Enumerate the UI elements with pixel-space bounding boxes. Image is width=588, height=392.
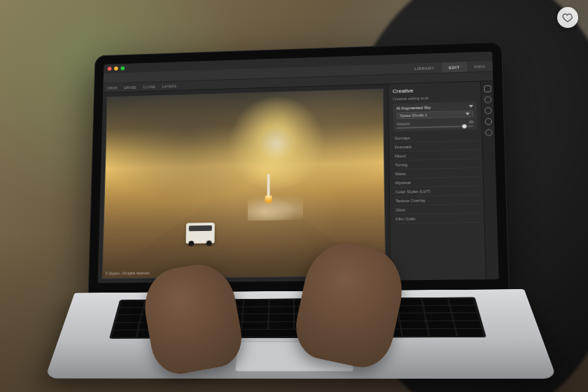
tab-edit[interactable]: EDIT xyxy=(442,62,467,73)
tool-clone[interactable]: CLONE xyxy=(143,85,155,89)
tab-info[interactable]: INFO xyxy=(467,61,493,72)
histogram-icon[interactable] xyxy=(484,85,491,92)
watermark-text: © Skylum · All rights reserved xyxy=(105,271,149,276)
workzone: © Skylum · All rights reserved Creative … xyxy=(98,81,499,283)
slider-value: 85 xyxy=(469,120,473,124)
scene-van xyxy=(186,223,215,244)
window-close-button[interactable] xyxy=(108,66,112,71)
tab-library[interactable]: LIBRARY xyxy=(407,62,442,74)
window-minimize-button[interactable] xyxy=(114,66,118,71)
favorite-button[interactable] xyxy=(557,7,578,28)
essentials-icon[interactable] xyxy=(484,96,491,103)
filter-item[interactable]: Film Grain xyxy=(394,214,479,224)
tool-layers[interactable]: LAYERS xyxy=(162,84,176,88)
window-fullscreen-button[interactable] xyxy=(120,66,125,71)
section-heading[interactable]: AI Augmented Sky xyxy=(396,106,431,111)
heart-icon xyxy=(562,12,573,23)
panel-title: Creative xyxy=(393,86,477,94)
object-select[interactable]: Space Shuttle 1 xyxy=(396,111,473,120)
screen-bezel: LIBRARY EDIT INFO CROP ERASE CLONE LAYER… xyxy=(88,42,510,296)
scene-rocket xyxy=(265,174,272,206)
chevron-down-icon[interactable] xyxy=(469,105,473,108)
slider-label: Amount xyxy=(396,122,410,126)
panel-subtitle: Creative editing tools xyxy=(393,94,477,101)
app-window: LIBRARY EDIT INFO CROP ERASE CLONE LAYER… xyxy=(98,52,499,284)
slider-track[interactable] xyxy=(397,125,474,129)
portrait-icon[interactable] xyxy=(484,118,491,125)
section-augmented-sky: AI Augmented Sky Space Shuttle 1 Amount xyxy=(393,102,477,132)
scene-smoke xyxy=(248,192,303,221)
creative-icon[interactable] xyxy=(484,107,491,114)
select-value: Space Shuttle 1 xyxy=(400,113,427,118)
pro-icon[interactable] xyxy=(485,129,492,136)
chevron-down-icon xyxy=(465,113,470,115)
slider-amount[interactable]: Amount 85 xyxy=(396,120,473,129)
filter-list: Sunrays Dramatic Mood Toning Matte Mysti… xyxy=(393,132,480,224)
right-panel: Creative Creative editing tools AI Augme… xyxy=(388,81,499,281)
slider-thumb[interactable] xyxy=(462,124,466,128)
tool-crop[interactable]: CROP xyxy=(107,85,118,90)
tool-erase[interactable]: ERASE xyxy=(124,85,136,90)
